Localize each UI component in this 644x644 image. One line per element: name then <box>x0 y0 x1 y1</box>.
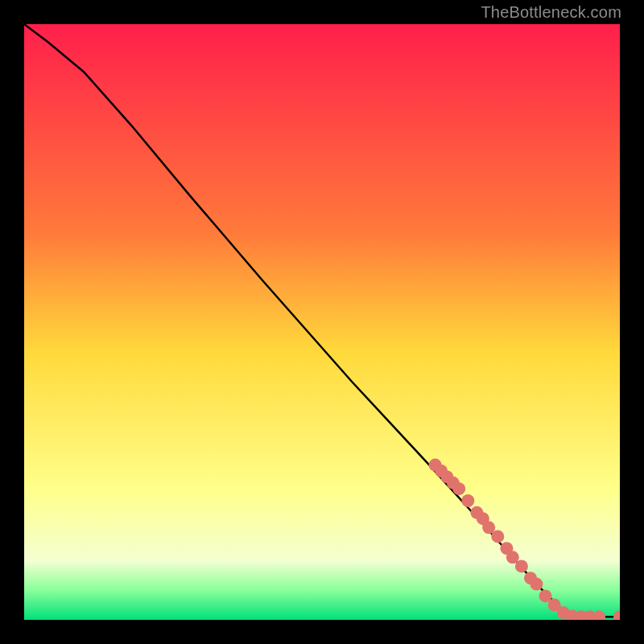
chart-marker <box>515 559 528 572</box>
attribution-text: TheBottleneck.com <box>481 3 621 22</box>
chart-marker <box>461 494 474 507</box>
chart-marker <box>530 578 543 591</box>
chart-marker <box>452 482 465 495</box>
chart-marker <box>491 530 504 543</box>
chart-svg <box>24 24 620 620</box>
chart-plot-area <box>24 24 620 620</box>
chart-background <box>24 24 620 620</box>
